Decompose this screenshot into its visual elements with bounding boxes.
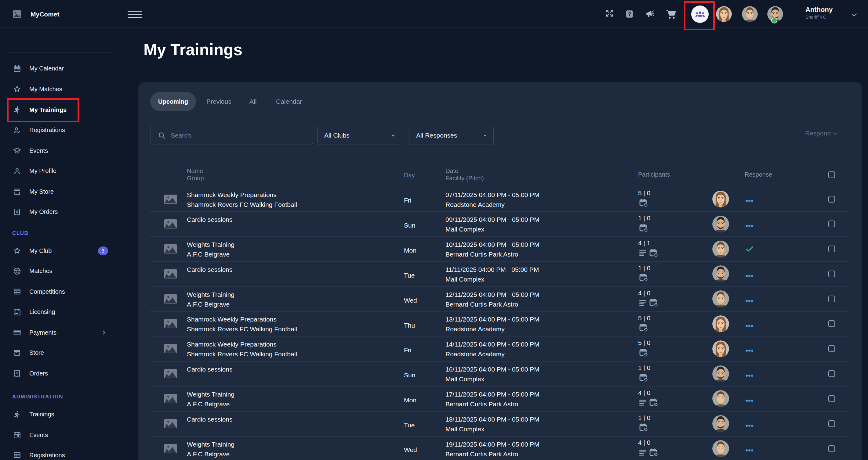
svg-text:?: ? bbox=[628, 11, 631, 17]
svg-text:$: $ bbox=[16, 210, 18, 213]
svg-text:$: $ bbox=[16, 371, 18, 375]
